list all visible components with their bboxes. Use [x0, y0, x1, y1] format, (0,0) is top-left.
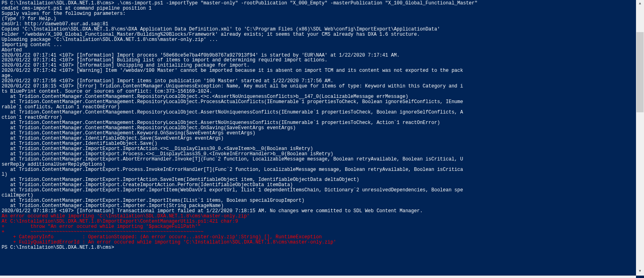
terminal-line: at Tridion.ContentManager.IdentifiableOb…: [2, 141, 634, 146]
terminal-line: at Tridion.ContentManager.ImportExport.P…: [2, 152, 634, 157]
vertical-scrollbar[interactable]: ▲ ▼: [636, 0, 644, 276]
terminal-line: + throw "An error occured while importin…: [2, 224, 634, 229]
terminal-line: at Tridion.ContentManager.ImportExport.I…: [2, 188, 634, 193]
terminal-line: at Tridion.ContentManager.ContentManagem…: [2, 126, 634, 131]
terminal-line: ction`1 reactOnError): [2, 115, 634, 120]
terminal-line: + ~~~~~~~~~~~~~~~~~~~~~~~~~~~~~~~~~~~~~~…: [2, 229, 634, 235]
terminal-line: at Tridion.ContentManager.ImportExport.A…: [2, 157, 634, 162]
terminal-line: + FullyQualifiedErrorId : An error occur…: [2, 240, 634, 245]
terminal-line: Uploading package 'C:\Installation\SDL.D…: [2, 37, 634, 43]
scroll-down-button[interactable]: ▼: [636, 268, 644, 276]
terminal-line: cmdlet cms-import.ps1 at command pipelin…: [2, 6, 634, 11]
terminal-line: Folder '/webdav/X_100_Global_Functional_…: [2, 32, 634, 37]
terminal-line: at Tridion.ContentManager.ContentManagem…: [2, 120, 634, 126]
terminal-line: + CategoryInfo : OperationStopped: (An e…: [2, 235, 634, 240]
terminal-line: 2020/01/22 07:17:42 <107> [Warning] Item…: [2, 68, 634, 73]
terminal-line: at Tridion.ContentManager.ImportExport.I…: [2, 146, 634, 152]
terminal-line: PS C:\Installation\SDL.DXA.NET.1.8\cms>: [2, 245, 634, 250]
terminal-line: serReply additionalUserReplyOptions): [2, 162, 634, 167]
terminal-line: at Tridion.ContentManager.ContentManagem…: [2, 131, 634, 136]
terminal-line: cmsUrl: http://daeweb07.eur.ad.sag:81: [2, 22, 634, 27]
terminal-line: Importing content ...: [2, 43, 634, 48]
terminal-line: Supply values for the following paramete…: [2, 11, 634, 16]
terminal-line: at Tridion.ContentManager.ImportExport.P…: [2, 167, 634, 172]
chevron-up-icon: ▲: [639, 2, 641, 6]
terminal-line: at Tridion.ContentManager.IdentifiableOb…: [2, 136, 634, 141]
horizontal-scrollbar[interactable]: [0, 276, 636, 278]
chevron-down-icon: ▼: [639, 270, 641, 274]
terminal-line: (Type !? for Help.): [2, 16, 634, 22]
powershell-terminal[interactable]: PS C:\Installation\SDL.DXA.NET.1.8\cms> …: [0, 0, 636, 276]
terminal-line: Aborted: [2, 48, 634, 53]
terminal-line: PS C:\Installation\SDL.DXA.NET.1.8\cms> …: [2, 1, 634, 6]
scroll-up-button[interactable]: ▲: [636, 0, 644, 8]
terminal-line: at Tridion.ContentManager.ContentManagem…: [2, 110, 634, 115]
scroll-thumb[interactable]: [636, 32, 644, 112]
terminal-line: Copied 'C:\Installation\SDL.DXA.NET.1.8\…: [2, 27, 634, 32]
